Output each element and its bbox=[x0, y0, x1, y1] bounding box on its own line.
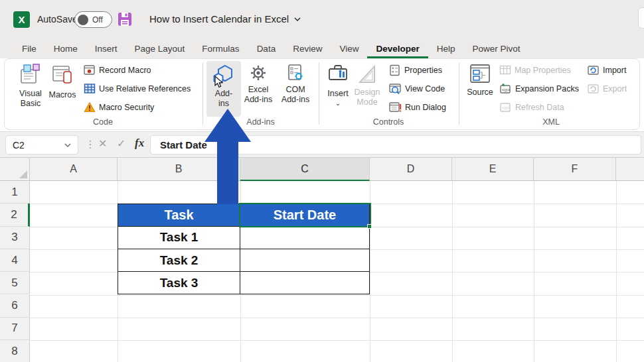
xml-group-label: XML bbox=[515, 117, 588, 127]
properties-button[interactable]: Properties bbox=[389, 62, 442, 78]
enter-button[interactable]: ✓ bbox=[117, 137, 125, 150]
autosave-state: Off bbox=[92, 15, 103, 25]
insert-control-label: Insert bbox=[324, 89, 352, 99]
design-mode-label: Design Mode bbox=[351, 88, 384, 107]
refresh-data-label: Refresh Data bbox=[515, 103, 564, 112]
view-code-button[interactable]: View Code bbox=[389, 81, 445, 97]
com-add-ins-label: COM Add-ins bbox=[276, 85, 315, 105]
relative-references-icon bbox=[84, 83, 96, 95]
source-button[interactable]: Source bbox=[465, 64, 495, 114]
save-icon[interactable] bbox=[116, 11, 133, 28]
gridline bbox=[30, 340, 644, 341]
cell-B4[interactable]: Task 2 bbox=[118, 249, 240, 272]
add-ins-button[interactable]: Add-ins bbox=[206, 61, 241, 117]
code-group-label: Code bbox=[66, 117, 139, 127]
active-cell-selection bbox=[239, 203, 371, 227]
row-header-8[interactable]: 8 bbox=[0, 340, 30, 362]
row-header-3[interactable]: 3 bbox=[0, 227, 30, 249]
ribbon-tab-row: File Home Insert Page Layout Formulas Da… bbox=[0, 40, 644, 58]
view-code-label: View Code bbox=[405, 84, 445, 93]
column-header-D[interactable]: D bbox=[370, 158, 452, 181]
excel-logo-icon[interactable]: X bbox=[13, 11, 30, 28]
macros-label: Macros bbox=[45, 90, 80, 100]
expansion-packs-button[interactable]: <o> Expansion Packs bbox=[499, 81, 579, 97]
fill-handle[interactable] bbox=[367, 224, 372, 229]
column-header-B[interactable]: B bbox=[118, 158, 240, 181]
tab-formulas[interactable]: Formulas bbox=[193, 40, 248, 58]
visual-basic-button[interactable]: Visual Basic bbox=[15, 64, 46, 114]
select-all-button[interactable] bbox=[0, 158, 30, 181]
com-add-ins-icon bbox=[286, 64, 305, 82]
controls-group-label: Controls bbox=[352, 117, 425, 127]
insert-control-button[interactable]: Insert ⌄ bbox=[324, 64, 352, 117]
title-dropdown-icon bbox=[294, 17, 301, 21]
tab-review[interactable]: Review bbox=[284, 40, 331, 58]
formula-bar-separator: ⋮ bbox=[85, 138, 96, 151]
cell-B5[interactable]: Task 3 bbox=[118, 271, 240, 294]
excel-add-ins-gear-icon bbox=[249, 64, 268, 82]
properties-icon bbox=[389, 64, 401, 76]
row-header-4[interactable]: 4 bbox=[0, 249, 30, 272]
column-header-G-partial[interactable] bbox=[616, 158, 644, 181]
autosave-toggle[interactable]: Off bbox=[74, 11, 112, 28]
tab-page-layout[interactable]: Page Layout bbox=[126, 40, 194, 58]
column-header-A[interactable]: A bbox=[30, 158, 118, 181]
cell-C5[interactable] bbox=[240, 271, 370, 294]
row-header-1[interactable]: 1 bbox=[0, 181, 30, 204]
tab-insert[interactable]: Insert bbox=[86, 40, 126, 58]
row-header-6[interactable]: 6 bbox=[0, 295, 30, 318]
tab-home[interactable]: Home bbox=[45, 40, 86, 58]
formula-input[interactable]: Start Date bbox=[150, 135, 641, 154]
source-icon bbox=[469, 64, 491, 84]
excel-add-ins-button[interactable]: Excel Add-ins bbox=[240, 62, 276, 115]
design-mode-button[interactable]: Design Mode bbox=[351, 64, 384, 117]
cell-C4[interactable] bbox=[240, 249, 370, 272]
row-header-5[interactable]: 5 bbox=[0, 272, 30, 294]
macros-button[interactable]: Macros bbox=[45, 65, 80, 114]
map-properties-button[interactable]: Map Properties bbox=[499, 62, 571, 78]
tab-file[interactable]: File bbox=[13, 40, 45, 58]
document-title-text: How to Insert Calendar in Excel bbox=[149, 13, 289, 25]
cell-C3[interactable] bbox=[240, 226, 370, 249]
macro-security-icon bbox=[84, 101, 96, 113]
run-dialog-icon bbox=[389, 101, 402, 113]
macro-security-label: Macro Security bbox=[99, 103, 154, 112]
export-button[interactable]: Export bbox=[587, 81, 627, 97]
document-title[interactable]: How to Insert Calendar in Excel bbox=[149, 13, 301, 25]
column-header-C[interactable]: C bbox=[240, 158, 370, 181]
column-header-F[interactable]: F bbox=[534, 158, 616, 181]
map-properties-icon bbox=[499, 64, 511, 76]
map-properties-label: Map Properties bbox=[515, 66, 571, 75]
tab-view[interactable]: View bbox=[331, 40, 367, 58]
insert-function-button[interactable]: fx bbox=[135, 137, 144, 150]
cell-B3[interactable]: Task 1 bbox=[118, 226, 240, 249]
use-relative-references-button[interactable]: Use Relative References bbox=[84, 81, 191, 97]
row-header-7[interactable]: 7 bbox=[0, 318, 30, 340]
column-header-E[interactable]: E bbox=[452, 158, 534, 181]
cell-B2[interactable]: Task bbox=[118, 204, 240, 226]
name-box-dropdown-icon bbox=[64, 143, 71, 147]
tab-power-pivot[interactable]: Power Pivot bbox=[464, 40, 529, 58]
svg-text:<o>: <o> bbox=[502, 88, 510, 92]
cancel-button[interactable]: ✕ bbox=[98, 137, 107, 150]
com-add-ins-button[interactable]: COM Add-ins bbox=[276, 62, 315, 115]
macro-security-button[interactable]: Macro Security bbox=[84, 99, 154, 115]
visual-basic-label: Visual Basic bbox=[15, 89, 46, 109]
name-box[interactable]: C2 bbox=[5, 135, 78, 154]
run-dialog-button[interactable]: Run Dialog bbox=[389, 99, 446, 115]
visual-basic-icon bbox=[19, 64, 42, 85]
add-ins-label: Add-ins bbox=[212, 89, 236, 109]
excel-window: X AutoSave Off How to Insert Calendar in… bbox=[0, 0, 644, 362]
tab-help[interactable]: Help bbox=[428, 40, 464, 58]
record-macro-button[interactable]: Record Macro bbox=[84, 62, 151, 78]
source-label: Source bbox=[465, 88, 495, 97]
import-button[interactable]: Import bbox=[587, 62, 626, 78]
name-box-value: C2 bbox=[13, 140, 25, 151]
gridline bbox=[30, 318, 644, 318]
toggle-knob-icon bbox=[78, 15, 88, 25]
row-header-2[interactable]: 2 bbox=[0, 204, 30, 226]
tab-developer[interactable]: Developer bbox=[367, 40, 428, 58]
refresh-data-button[interactable]: <o> Refresh Data bbox=[499, 99, 564, 115]
tab-data[interactable]: Data bbox=[248, 40, 285, 58]
record-macro-icon bbox=[84, 64, 96, 76]
